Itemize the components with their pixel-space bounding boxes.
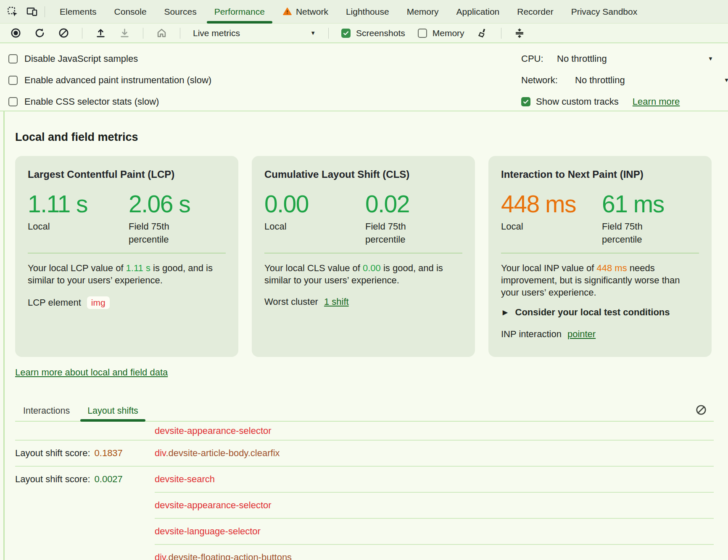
active-tab-underline bbox=[207, 21, 272, 24]
css-selector-stats-row[interactable]: Enable CSS selector stats (slow) bbox=[8, 91, 211, 112]
tab-application[interactable]: Application bbox=[448, 0, 509, 23]
record-and-reload-button[interactable] bbox=[34, 27, 45, 39]
inspect-cursor-icon bbox=[7, 6, 18, 18]
layout-shift-row: devsite-language-selector bbox=[15, 519, 714, 544]
tab-lighthouse[interactable]: Lighthouse bbox=[337, 0, 398, 23]
desc-value: 1.11 s bbox=[126, 263, 150, 273]
memory-checkbox[interactable] bbox=[418, 29, 427, 38]
tab-recorder[interactable]: Recorder bbox=[508, 0, 562, 23]
tab-elements[interactable]: Elements bbox=[51, 0, 106, 23]
worst-cluster-label: Worst cluster bbox=[264, 296, 318, 307]
tab-label: Privacy Sandbox bbox=[571, 7, 638, 17]
local-test-conditions-disclosure[interactable]: ▶ Consider your local test conditions bbox=[503, 307, 699, 318]
element-classes: .devsite-floating-action-buttons bbox=[166, 552, 292, 560]
clear-button[interactable] bbox=[58, 27, 69, 39]
show-custom-tracks-checkbox[interactable] bbox=[521, 97, 530, 106]
chevron-down-icon: ▼ bbox=[724, 77, 728, 83]
lcp-element-label: LCP element bbox=[28, 297, 81, 308]
worst-cluster-link[interactable]: 1 shift bbox=[324, 296, 349, 307]
cls-card: Cumulative Layout Shift (CLS) 0.00 0.02 … bbox=[252, 156, 475, 357]
load-profile-button[interactable] bbox=[95, 27, 106, 39]
inspect-element-button[interactable] bbox=[6, 5, 19, 18]
lcp-element-link[interactable]: img bbox=[87, 296, 110, 309]
screenshots-checkbox-row[interactable]: Screenshots bbox=[341, 28, 405, 38]
performance-toolbar: Live metrics ▼ Screenshots Memory bbox=[0, 24, 728, 43]
advanced-paint-checkbox[interactable] bbox=[8, 76, 18, 85]
card-divider bbox=[28, 253, 226, 254]
layout-shift-row: div.devsite-floating-action-buttons bbox=[15, 545, 714, 560]
network-throttling-select[interactable]: No throttling bbox=[575, 75, 625, 86]
tab-network[interactable]: Network bbox=[274, 0, 337, 23]
home-button[interactable] bbox=[156, 27, 167, 39]
layout-shift-row: devsite-appearance-selector bbox=[15, 422, 714, 440]
tab-privacy-sandbox[interactable]: Privacy Sandbox bbox=[562, 0, 646, 23]
cpu-throttling-select[interactable]: No throttling bbox=[557, 53, 607, 64]
device-toolbar-button[interactable] bbox=[25, 5, 39, 18]
log-tab-layout-shifts[interactable]: Layout shifts bbox=[80, 401, 145, 421]
shift-element-link[interactable]: devsite-appearance-selector bbox=[155, 500, 272, 511]
shift-score-value: 0.1837 bbox=[95, 448, 123, 459]
advanced-paint-label: Enable advanced paint instrumentation (s… bbox=[24, 75, 211, 86]
custom-tracks-learn-more-link[interactable]: Learn more bbox=[633, 96, 680, 107]
live-metrics-log: Interactions Layout shifts devsite-appea… bbox=[15, 401, 714, 560]
tab-sources[interactable]: Sources bbox=[156, 0, 206, 23]
screenshots-checkbox[interactable] bbox=[341, 29, 351, 38]
cpu-throttling-row: CPU: No throttling ▼ bbox=[521, 48, 728, 69]
css-selector-stats-checkbox[interactable] bbox=[8, 97, 18, 106]
broom-icon bbox=[477, 27, 488, 39]
shift-element-link[interactable]: devsite-search bbox=[155, 474, 215, 485]
inp-description: Your local INP value of 448 ms needs imp… bbox=[501, 262, 699, 298]
tab-performance[interactable]: Performance bbox=[206, 0, 274, 23]
disable-js-samples-label: Disable JavaScript samples bbox=[24, 53, 138, 64]
shift-element-link[interactable]: devsite-language-selector bbox=[155, 526, 261, 537]
shift-score-label: Layout shift score: bbox=[15, 448, 90, 459]
element-tag: div bbox=[155, 552, 166, 560]
tab-console[interactable]: Console bbox=[106, 0, 156, 23]
shift-score-label: Layout shift score: bbox=[15, 474, 90, 485]
devtools-tabbar: Elements Console Sources Performance Net… bbox=[0, 0, 728, 24]
shortcut-dialog-button[interactable] bbox=[514, 27, 525, 39]
tab-label: Memory bbox=[407, 7, 439, 17]
save-profile-button[interactable] bbox=[119, 27, 130, 39]
view-mode-select[interactable]: Live metrics ▼ bbox=[193, 28, 316, 38]
record-button[interactable] bbox=[10, 27, 21, 39]
tab-memory[interactable]: Memory bbox=[398, 0, 448, 23]
disable-js-samples-row[interactable]: Disable JavaScript samples bbox=[8, 48, 211, 69]
chevron-down-icon: ▼ bbox=[708, 55, 713, 62]
field-label: Field 75th percentile bbox=[129, 220, 200, 246]
element-classes: .devsite-article-body.clearfix bbox=[166, 448, 280, 458]
upload-icon bbox=[95, 27, 106, 39]
network-label: Network: bbox=[521, 75, 575, 86]
tab-label: Console bbox=[114, 7, 147, 17]
block-icon bbox=[695, 404, 707, 416]
disable-js-samples-checkbox[interactable] bbox=[8, 54, 18, 63]
show-custom-tracks-label: Show custom tracks bbox=[536, 96, 619, 107]
collect-garbage-button[interactable] bbox=[477, 27, 488, 39]
inp-interaction-label: INP interaction bbox=[501, 329, 562, 340]
local-field-learn-more-link[interactable]: Learn more about local and field data bbox=[15, 366, 168, 379]
log-tab-interactions[interactable]: Interactions bbox=[16, 401, 77, 421]
device-toolbar-icon bbox=[26, 6, 38, 18]
field-label: Field 75th percentile bbox=[602, 220, 673, 246]
record-icon bbox=[10, 27, 21, 39]
css-selector-stats-label: Enable CSS selector stats (slow) bbox=[24, 96, 159, 107]
local-label: Local bbox=[264, 220, 365, 246]
tab-label: Lighthouse bbox=[346, 7, 389, 17]
toolbar-separator bbox=[180, 28, 180, 39]
card-divider bbox=[501, 253, 699, 254]
advanced-paint-row[interactable]: Enable advanced paint instrumentation (s… bbox=[8, 69, 211, 91]
view-mode-value: Live metrics bbox=[193, 28, 240, 38]
shift-element-link[interactable]: devsite-appearance-selector bbox=[155, 425, 272, 436]
lcp-description: Your local LCP value of 1.11 s is good, … bbox=[28, 262, 226, 286]
inp-interaction-link[interactable]: pointer bbox=[567, 329, 596, 340]
shift-element-link[interactable]: div.devsite-floating-action-buttons bbox=[155, 552, 292, 560]
reload-icon bbox=[34, 27, 45, 39]
memory-checkbox-row[interactable]: Memory bbox=[418, 28, 464, 38]
chevron-down-icon: ▼ bbox=[310, 30, 316, 36]
shift-score-value: 0.0027 bbox=[95, 474, 123, 485]
show-custom-tracks-row[interactable]: Show custom tracks Learn more bbox=[521, 91, 728, 112]
clear-log-button[interactable] bbox=[695, 404, 707, 416]
shift-element-link[interactable]: div.devsite-article-body.clearfix bbox=[155, 448, 280, 459]
lcp-card-title: Largest Contentful Paint (LCP) bbox=[28, 169, 226, 180]
download-icon bbox=[119, 27, 130, 39]
